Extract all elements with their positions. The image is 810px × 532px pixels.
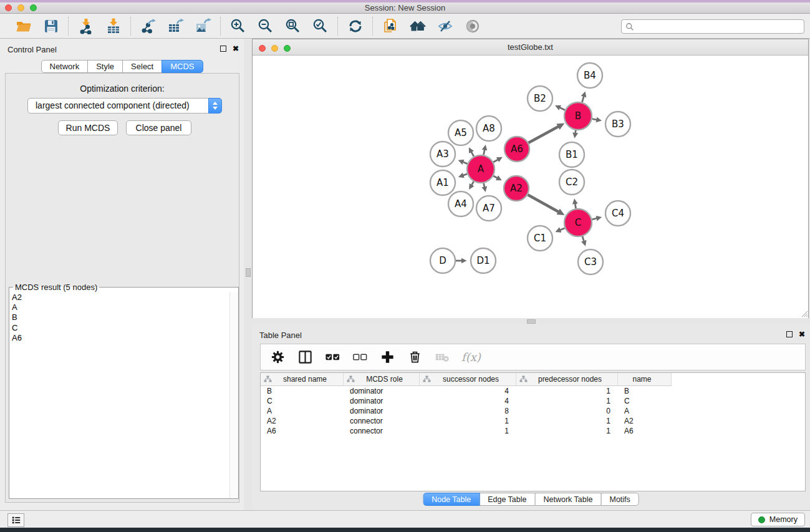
network-close-button[interactable] (259, 45, 266, 52)
function-builder-button[interactable]: f(x) (461, 351, 481, 364)
graph-node-A8[interactable]: A8 (476, 116, 501, 141)
column-header-shared-name[interactable]: shared name (261, 373, 344, 386)
graph-node-A5[interactable]: A5 (448, 120, 473, 145)
graph-node-B3[interactable]: B3 (605, 112, 630, 137)
tab-node-table[interactable]: Node Table (423, 493, 480, 506)
export-table-button[interactable] (167, 17, 184, 34)
column-header-predecessor-nodes[interactable]: predecessor nodes (516, 373, 618, 386)
close-panel-icon[interactable] (233, 46, 239, 52)
table-cell[interactable]: 0 (516, 406, 618, 416)
table-row[interactable]: Adominator80A (261, 406, 805, 416)
graph-node-D[interactable]: D (430, 248, 455, 273)
graph-node-C[interactable]: C (564, 209, 592, 236)
open-session-button[interactable] (15, 17, 32, 34)
home-button[interactable] (409, 17, 426, 34)
table-cell[interactable]: 1 (420, 416, 516, 426)
table-cell[interactable]: dominator (344, 396, 420, 406)
show-columns-button[interactable] (297, 349, 314, 365)
export-image-button[interactable] (195, 17, 211, 34)
graph-node-C3[interactable]: C3 (578, 249, 603, 274)
graph-node-C2[interactable]: C2 (559, 170, 584, 195)
graph-node-B1[interactable]: B1 (559, 142, 584, 167)
table-row[interactable]: Cdominator41C (261, 396, 805, 406)
network-canvas[interactable]: B4B2BB3A5A8A6B1A3AA1C2A2A4A7C4CC1C3DD1 (253, 56, 808, 318)
search-field[interactable] (621, 19, 804, 34)
show-panels-button[interactable] (7, 513, 24, 527)
import-table-button[interactable] (105, 17, 122, 34)
search-input[interactable] (634, 21, 804, 32)
table-cell[interactable]: 1 (516, 426, 618, 436)
table-cell[interactable]: dominator (344, 406, 420, 416)
column-header-name[interactable]: name (618, 373, 672, 386)
table-row[interactable]: A6connector11A6 (261, 426, 805, 436)
close-panel-button[interactable]: Close panel (126, 120, 191, 135)
graph-node-A4[interactable]: A4 (448, 191, 473, 216)
show-details-button[interactable] (464, 17, 481, 34)
table-cell[interactable]: A2 (261, 416, 344, 426)
criterion-dropdown[interactable]: largest connected component (directed) (27, 98, 222, 114)
zoom-in-button[interactable] (229, 17, 246, 34)
column-header-MCDS-role[interactable]: MCDS role (344, 373, 420, 386)
graph-node-A[interactable]: A (467, 155, 494, 183)
table-cell[interactable]: 1 (516, 386, 618, 396)
column-header-successor-nodes[interactable]: successor nodes (420, 373, 516, 386)
tab-select[interactable]: Select (122, 60, 162, 73)
select-all-columns-button[interactable] (324, 349, 341, 365)
table-cell[interactable]: 1 (516, 396, 618, 406)
resize-grip-icon[interactable] (800, 309, 808, 317)
table-cell[interactable]: 4 (420, 386, 516, 396)
add-column-button[interactable] (379, 349, 396, 365)
table-cell[interactable]: A (261, 406, 344, 416)
delete-table-button[interactable] (434, 349, 451, 365)
deselect-all-columns-button[interactable] (352, 349, 369, 365)
table-cell[interactable]: 4 (420, 396, 516, 406)
graph-node-A1[interactable]: A1 (430, 170, 455, 195)
table-cell[interactable]: 1 (420, 426, 516, 436)
tab-network[interactable]: Network (41, 60, 88, 73)
graph-node-A6[interactable]: A6 (504, 137, 529, 162)
float-table-panel-icon[interactable] (786, 331, 793, 337)
network-zoom-button[interactable] (284, 45, 291, 52)
table-cell[interactable]: A2 (618, 416, 672, 426)
table-row[interactable]: A2connector11A2 (261, 416, 805, 426)
table-cell[interactable]: C (261, 396, 344, 406)
zoom-out-button[interactable] (257, 17, 274, 34)
zoom-selected-button[interactable] (312, 17, 329, 34)
tab-network-table[interactable]: Network Table (535, 493, 602, 506)
table-cell[interactable]: connector (344, 416, 420, 426)
table-cell[interactable]: dominator (344, 386, 420, 396)
graph-node-D1[interactable]: D1 (471, 248, 496, 273)
memory-button[interactable]: Memory (751, 513, 805, 526)
graph-node-C4[interactable]: C4 (605, 201, 630, 226)
graph-node-B4[interactable]: B4 (577, 63, 602, 88)
table-cell[interactable]: 1 (516, 416, 618, 426)
delete-column-button[interactable] (407, 349, 423, 365)
export-network-button[interactable] (140, 17, 157, 34)
close-table-panel-icon[interactable] (799, 331, 805, 337)
float-panel-icon[interactable] (220, 46, 226, 52)
table-cell[interactable]: B (618, 386, 672, 396)
graph-node-A3[interactable]: A3 (430, 142, 455, 167)
zoom-fit-button[interactable] (284, 17, 301, 34)
table-cell[interactable]: A (618, 406, 672, 416)
graph-node-A2[interactable]: A2 (504, 176, 529, 201)
save-session-button[interactable] (42, 17, 59, 34)
table-cell[interactable]: 8 (420, 406, 516, 416)
import-network-button[interactable] (77, 17, 94, 34)
table-cell[interactable]: A6 (261, 426, 344, 436)
tab-motifs[interactable]: Motifs (600, 493, 639, 506)
vertical-split-handle[interactable] (246, 268, 251, 277)
table-row[interactable]: Bdominator41B (261, 386, 805, 396)
network-minimize-button[interactable] (271, 45, 278, 52)
graph-node-B2[interactable]: B2 (528, 86, 552, 111)
tab-edge-table[interactable]: Edge Table (479, 493, 535, 506)
graph-node-B[interactable]: B (564, 102, 592, 130)
table-cell[interactable]: C (618, 396, 672, 406)
tab-mcds[interactable]: MCDS (162, 60, 203, 73)
table-cell[interactable]: connector (344, 426, 420, 436)
table-cell[interactable]: B (261, 386, 344, 396)
graph-node-C1[interactable]: C1 (528, 226, 552, 251)
table-settings-button[interactable] (269, 349, 286, 365)
refresh-button[interactable] (347, 17, 364, 34)
duplicate-network-button[interactable] (382, 17, 398, 34)
